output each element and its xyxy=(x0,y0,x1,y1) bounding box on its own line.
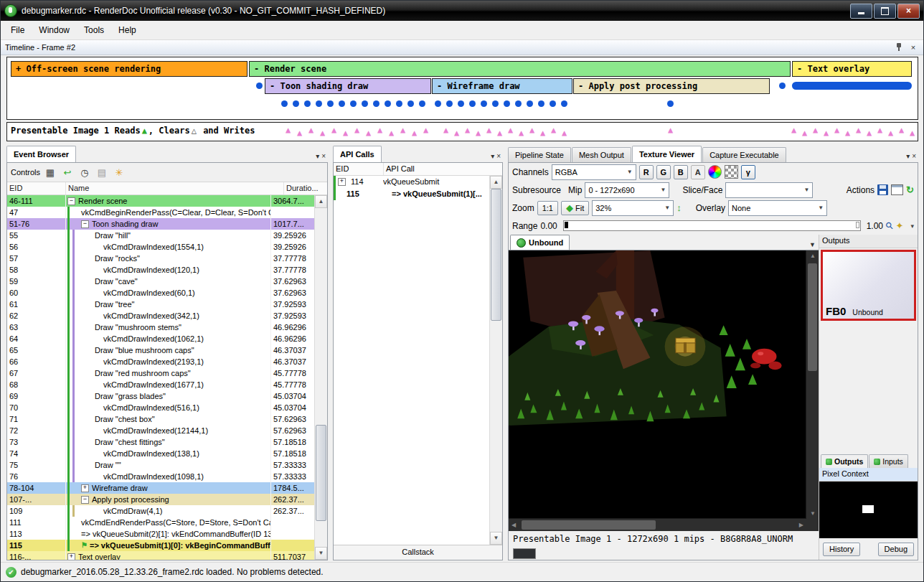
tab-event-browser[interactable]: Event Browser xyxy=(6,146,76,162)
gamma-button[interactable]: γ xyxy=(741,165,755,179)
refresh-icon[interactable]: ↻ xyxy=(906,185,914,194)
draw-event-dot[interactable] xyxy=(550,100,556,107)
write-triangle-icon[interactable]: ▲ xyxy=(824,128,829,137)
flip-y-icon[interactable]: ↕ xyxy=(676,203,682,212)
event-row[interactable]: 78-104+Wireframe draw1784.5... xyxy=(7,482,314,494)
draw-event-dot[interactable] xyxy=(481,100,487,107)
zoom-1-1-button[interactable]: 1:1 xyxy=(537,201,558,215)
event-row[interactable]: 59Draw "cave"37.62963 xyxy=(7,276,314,287)
write-triangle-icon[interactable]: ▲ xyxy=(423,126,428,134)
history-button[interactable]: History xyxy=(823,543,860,556)
scroll-right-icon[interactable]: ▶ xyxy=(799,522,803,528)
tab-outputs[interactable]: Outputs xyxy=(821,454,868,468)
draw-event-dot[interactable] xyxy=(561,100,567,107)
write-triangle-icon[interactable]: ▲ xyxy=(834,126,839,134)
write-triangle-icon[interactable]: ▲ xyxy=(856,126,861,134)
event-row[interactable]: 113=> vkQueueSubmit(2)[1]: vkEndCommandB… xyxy=(7,528,314,540)
write-triangle-icon[interactable]: ▲ xyxy=(486,126,491,134)
column-api-call[interactable]: API Call xyxy=(384,163,415,175)
range-slider[interactable] xyxy=(563,220,861,231)
event-row[interactable]: 64vkCmdDrawIndexed(1062,1)46.96296 xyxy=(7,333,314,344)
tab-api-calls[interactable]: API Calls xyxy=(333,146,382,162)
event-row[interactable]: 61Draw "tree"37.92593 xyxy=(7,299,314,310)
pixel-context-view[interactable] xyxy=(819,482,918,538)
tab-inputs[interactable]: Inputs xyxy=(869,454,908,468)
event-row[interactable]: 56vkCmdDrawIndexed(1554,1)39.25926 xyxy=(7,241,314,253)
color-wheel-icon[interactable] xyxy=(708,165,722,179)
write-triangle-icon[interactable]: ▲ xyxy=(845,128,850,137)
timeline-marker-bar[interactable]: - Toon shading draw xyxy=(265,78,431,94)
minimize-button[interactable] xyxy=(850,4,872,19)
expander-icon[interactable]: + xyxy=(81,484,89,492)
zoom-percent-input[interactable]: 32%▼ xyxy=(592,200,674,216)
draw-event-dot[interactable] xyxy=(362,100,368,107)
event-row[interactable]: 69Draw "grass blades"45.03704 xyxy=(7,390,314,402)
write-triangle-icon[interactable]: ▲ xyxy=(899,126,904,134)
panel-menu-icon[interactable]: ▾ xyxy=(906,152,910,160)
sc roll-down-icon[interactable]: ▼ xyxy=(810,510,816,517)
event-row[interactable]: 109vkCmdDraw(4,1)262.37... xyxy=(7,505,314,517)
texture-tab-unbound[interactable]: Unbound xyxy=(510,235,570,250)
range-black-point-handle[interactable] xyxy=(565,222,568,228)
zoom-range-icon[interactable]: ⚲ xyxy=(884,220,895,232)
channel-alpha-button[interactable]: A xyxy=(691,165,705,179)
write-triangle-icon[interactable]: ▲ xyxy=(508,126,513,134)
write-triangle-icon[interactable]: ▲ xyxy=(910,128,915,137)
panel-close-icon[interactable]: × xyxy=(321,152,326,160)
draw-event-dot[interactable] xyxy=(515,100,522,107)
write-triangle-icon[interactable]: ▲ xyxy=(297,128,302,137)
draw-event-dot[interactable] xyxy=(281,100,288,107)
event-row[interactable]: 63Draw "mushroom stems"46.96296 xyxy=(7,321,314,333)
statistics-icon[interactable]: ▤ xyxy=(94,165,110,179)
save-texture-icon[interactable] xyxy=(877,184,888,195)
write-triangle-icon[interactable]: ▲ xyxy=(497,128,502,137)
event-row[interactable]: 71Draw "chest box"57.62963 xyxy=(7,413,314,425)
event-row[interactable]: 107-...−Apply post processing262.37... xyxy=(7,494,314,505)
clear-triangle-icon[interactable]: △ xyxy=(192,126,197,136)
write-triangle-icon[interactable]: ▲ xyxy=(540,128,545,137)
scroll-thumb[interactable] xyxy=(316,425,326,521)
draw-event-dot[interactable] xyxy=(779,83,786,89)
draw-event-dot[interactable] xyxy=(667,100,674,107)
scroll-down-icon[interactable]: ▼ xyxy=(315,547,327,560)
write-triangle-icon[interactable]: ▲ xyxy=(668,126,673,134)
slice-face-select[interactable]: ▼ xyxy=(725,182,813,198)
event-row[interactable]: 76vkCmdDrawIndexed(1098,1)57.33333 xyxy=(7,471,314,482)
overlay-select[interactable]: None▼ xyxy=(728,200,827,216)
menu-tools[interactable]: Tools xyxy=(77,22,111,38)
fb0-thumbnail[interactable]: FB0 Unbound xyxy=(821,250,916,321)
timeline-marker-bar[interactable]: - Text overlay xyxy=(792,61,912,77)
scroll-up-icon[interactable]: ▲ xyxy=(315,195,327,208)
event-row[interactable]: 74vkCmdDrawIndexed(138,1)57.18518 xyxy=(7,448,314,459)
draw-event-dot[interactable] xyxy=(527,100,533,107)
event-row[interactable]: 55Draw "hill"39.25926 xyxy=(7,230,314,241)
menu-file[interactable]: File xyxy=(4,22,32,38)
scroll-up-icon[interactable]: ▲ xyxy=(490,176,502,189)
menu-help[interactable]: Help xyxy=(111,22,143,38)
timeline-marker-bar[interactable]: - Wireframe draw xyxy=(432,78,572,94)
write-triangle-icon[interactable]: ▲ xyxy=(389,128,394,137)
timeline-canvas[interactable]: + Off-screen scene rendering- Render sce… xyxy=(6,57,918,120)
pin-icon[interactable] xyxy=(893,42,905,52)
write-triangle-icon[interactable]: ▲ xyxy=(286,126,291,134)
viewer-vertical-scrollbar[interactable]: ▲ ▼ xyxy=(806,250,819,519)
draw-event-dot[interactable] xyxy=(407,100,414,107)
column-eid[interactable]: EID xyxy=(334,163,384,175)
draw-event-dot[interactable] xyxy=(458,100,464,107)
draw-event-dot[interactable] xyxy=(419,100,425,107)
draw-event-dot[interactable] xyxy=(256,83,263,89)
write-triangle-icon[interactable]: ▲ xyxy=(443,126,448,134)
tab-capture-executable[interactable]: Capture Executable xyxy=(702,147,786,162)
scroll-thumb[interactable] xyxy=(522,520,656,530)
draw-event-dot[interactable] xyxy=(504,100,510,107)
write-triangle-icon[interactable]: ▲ xyxy=(551,126,556,134)
draw-event-dot[interactable] xyxy=(385,100,391,107)
panel-close-icon[interactable]: × xyxy=(912,152,916,160)
write-triangle-icon[interactable]: ▲ xyxy=(320,128,325,137)
api-calls-scrollbar[interactable]: ▲ ▼ xyxy=(489,176,502,545)
draw-event-dot[interactable] xyxy=(316,100,322,107)
mip-select[interactable]: 0 - 1272x690▼ xyxy=(585,182,669,198)
write-triangle-icon[interactable]: ▲ xyxy=(412,128,417,137)
jump-to-eid-icon[interactable]: ↩ xyxy=(60,165,75,179)
draw-event-dot[interactable] xyxy=(396,100,402,107)
